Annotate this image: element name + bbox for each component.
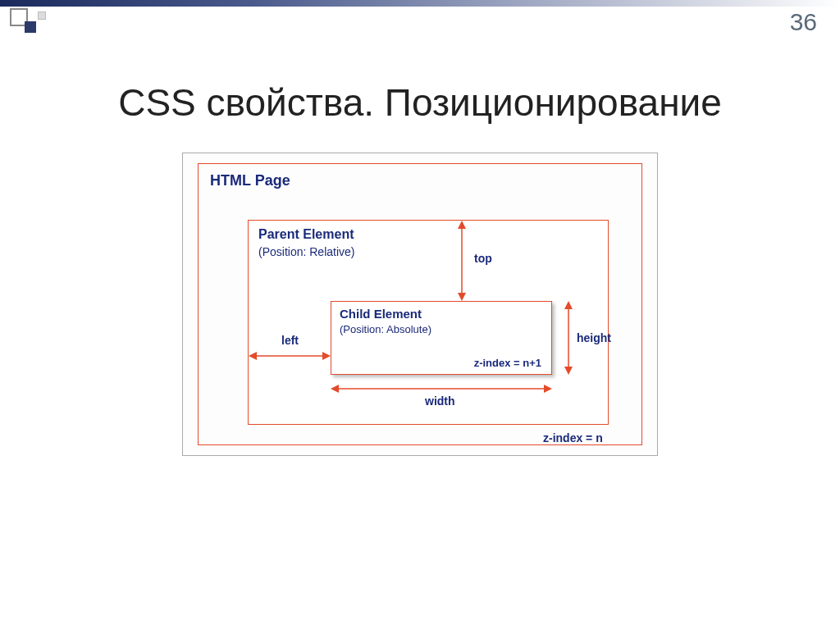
svg-marker-1 (458, 221, 466, 229)
square-deco-icon (25, 21, 36, 33)
header-gradient-bar (0, 0, 840, 7)
parent-title: Parent Element (258, 227, 354, 242)
html-page-box: HTML Page Parent Element (Position: Rela… (198, 163, 642, 445)
height-label: height (577, 331, 611, 344)
child-title: Child Element (340, 307, 422, 321)
parent-element-box: Parent Element (Position: Relative) Chil… (248, 220, 609, 425)
html-page-label: HTML Page (210, 172, 290, 189)
child-zindex: z-index = n+1 (474, 357, 541, 369)
svg-marker-7 (564, 301, 573, 309)
slide-header-decoration (0, 0, 840, 33)
left-label: left (281, 334, 299, 347)
svg-marker-10 (331, 385, 339, 393)
child-subtitle: (Position: Absolute) (340, 323, 431, 335)
square-deco-icon (38, 11, 46, 20)
svg-marker-5 (322, 352, 331, 360)
parent-zindex: z-index = n (543, 431, 603, 444)
svg-marker-2 (458, 293, 466, 301)
top-arrow-icon (454, 221, 470, 301)
child-element-box: Child Element (Position: Absolute) z-ind… (331, 301, 552, 375)
positioning-diagram: HTML Page Parent Element (Position: Rela… (182, 153, 658, 456)
left-arrow-icon (249, 348, 331, 364)
parent-subtitle: (Position: Relative) (258, 245, 355, 258)
slide-number: 36 (790, 8, 817, 36)
height-arrow-icon (560, 301, 577, 375)
svg-marker-8 (564, 367, 573, 375)
top-label: top (474, 252, 492, 265)
slide-title: CSS свойства. Позиционирование (0, 80, 840, 125)
width-label: width (425, 394, 455, 408)
svg-marker-4 (249, 352, 257, 360)
svg-marker-11 (544, 385, 552, 393)
